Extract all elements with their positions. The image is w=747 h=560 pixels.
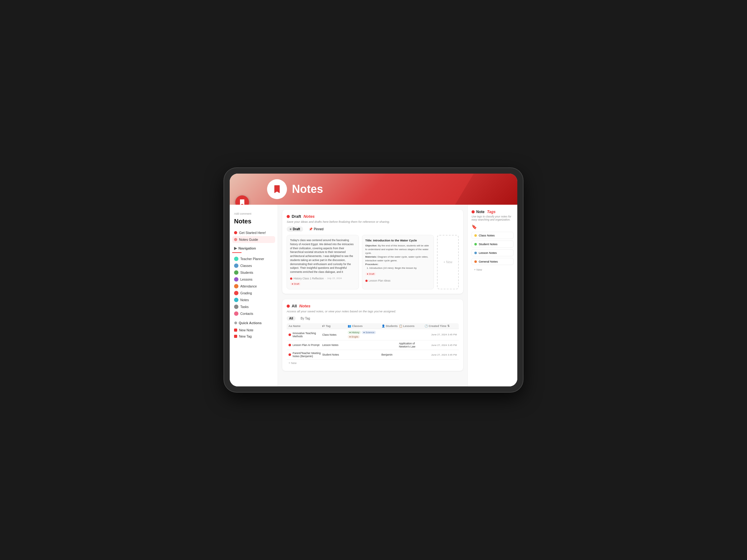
logo-circle [235, 195, 249, 205]
draft-section-desc: Save your ideas and drafts here before f… [287, 220, 459, 223]
note1-content: Today's class was centered around the fa… [290, 238, 356, 274]
col-name-header: Aa Name [288, 324, 321, 328]
sidebar-item-tasks[interactable]: Tasks [232, 303, 275, 310]
nav-header: ▶ Navigation [234, 246, 275, 250]
tag-dot-blue-icon [474, 252, 477, 254]
draft-new-button[interactable]: + New [437, 235, 459, 289]
all-section-desc: Access all your saved notes, or view you… [287, 310, 459, 313]
header-title: Notes [292, 183, 323, 196]
all-notes-tabs: All By Tag [287, 316, 459, 321]
tag-student-notes[interactable]: Student Notes [471, 240, 514, 248]
note-tags-dot-icon [471, 210, 475, 213]
nav-dot-icon [234, 312, 238, 316]
new-tag-button[interactable]: + New [471, 267, 514, 273]
all-notes-section: All Notes Access all your saved notes, o… [282, 299, 463, 371]
sidebar-item-students[interactable]: Students [232, 269, 275, 276]
tag-class-notes[interactable]: Class Notes [471, 232, 514, 239]
tab-draft[interactable]: ≡ Draft [287, 226, 303, 232]
note2-tag: ● Draft [365, 272, 376, 276]
nav-dot-icon [234, 257, 238, 261]
tag-class-notes-label: Class Notes [479, 234, 495, 237]
nav-dot-icon [234, 298, 238, 302]
sidebar-item-notes[interactable]: Notes [232, 296, 275, 303]
table-row[interactable]: Innovative Teaching Methods Class Notes … [287, 329, 459, 340]
draft-tab-icon: ≡ [290, 228, 292, 231]
note1-tag: ● Draft [290, 282, 301, 286]
all-notes-add-new[interactable]: + New [287, 359, 459, 367]
row3-dot-icon [288, 353, 291, 356]
page-title: Notes [232, 218, 275, 225]
col-time-header: 🕐 Created Time ⇅ [424, 324, 457, 328]
row2-dot-icon [288, 344, 291, 346]
nav-dot-icon [234, 291, 238, 295]
class-badge-science: ● Science [362, 331, 376, 334]
tab-by-tag[interactable]: By Tag [298, 316, 312, 321]
sidebar-item-attendance[interactable]: Attendance [232, 283, 275, 290]
table-row[interactable]: Lesson Plan AI Prompt Lesson Notes Appli… [287, 340, 459, 350]
tab-pinned[interactable]: 📌 Pinned [306, 226, 327, 232]
header-banner: Notes [230, 174, 517, 205]
draft-notes-grid: Today's class was centered around the fa… [287, 235, 459, 289]
tag-dot-yellow-icon [474, 234, 477, 237]
sidebar-item-lessons[interactable]: Lessons [232, 276, 275, 283]
plus-circle-icon: ⊕ [234, 321, 237, 325]
sidebar-item-teacher-planner[interactable]: Teacher Planner [232, 256, 275, 262]
sort-arrows-icon[interactable]: ⇅ [447, 324, 450, 328]
note1-date: July 15, 2024 [327, 276, 342, 280]
dot-icon [234, 238, 237, 241]
draft-note-1[interactable]: Today's class was centered around the fa… [287, 235, 359, 289]
bookmark-icon: 🔖 [471, 224, 514, 229]
tablet-frame: Notes Add comment Notes Get Started Here… [224, 168, 523, 392]
row1-classes: ● History ● Science ● Englis [348, 331, 380, 339]
all-notes-header: All Notes [287, 304, 459, 308]
row1-tag: Class Notes [322, 333, 346, 336]
note2-footer: Lesson Plan Ideas [365, 279, 431, 283]
note2-title: Title: Introduction to the Water Cycle [365, 238, 431, 243]
row3-students: Benjamin [382, 353, 398, 356]
col-class-header: 👥 Classes [348, 324, 380, 328]
table-row[interactable]: Parent/Teacher Meeting Notes (Benjamin) … [287, 350, 459, 359]
row1-dot-icon [288, 334, 291, 336]
quick-action-new-note[interactable]: New Note [232, 327, 275, 333]
nav-dot-icon [234, 270, 238, 275]
row3-time: June 27, 2024 3:45 PM [424, 353, 457, 356]
notes-table: Aa Name 🏷 Tag 👥 Classes 👤 Students 📋 Les… [287, 323, 459, 367]
draft-note-2[interactable]: Title: Introduction to the Water Cycle O… [362, 235, 434, 289]
sidebar-item-get-started[interactable]: Get Started Here! [232, 229, 275, 236]
col-lessons-header: 📋 Lessons [399, 324, 423, 328]
note2-content: Objective: By the end of this lesson, st… [365, 244, 431, 270]
quick-action-new-tag[interactable]: New Tag [232, 333, 275, 340]
col-students-header: 👤 Students [382, 324, 398, 328]
nav-dot-icon [234, 304, 238, 309]
qa-dot-icon [234, 335, 237, 338]
class-badge-history: ● History [348, 331, 361, 334]
tag-general-notes[interactable]: General Notes [471, 258, 514, 265]
nav-dot-icon [234, 264, 238, 268]
row1-time: June 27, 2024 3:45 PM [424, 333, 457, 336]
draft-dot-icon [287, 215, 290, 218]
tag-lesson-notes-label: Lesson Notes [479, 251, 497, 255]
row2-tag: Lesson Notes [322, 344, 346, 347]
col-tag-header: 🏷 Tag [322, 324, 346, 328]
quick-actions-header: ⊕ Quick Actions [234, 321, 275, 325]
row3-tag: Student Notes [322, 353, 346, 356]
sidebar-item-contacts[interactable]: Contacts [232, 310, 275, 317]
nav-dot-icon [234, 277, 238, 282]
sidebar: Add comment Notes Get Started Here! Note… [230, 205, 278, 386]
note-tags-title: Note Tags [471, 210, 514, 214]
nav-dot-icon [234, 284, 238, 288]
sidebar-item-classes[interactable]: Classes [232, 262, 275, 269]
draft-notes-section: Draft Notes Save your ideas and drafts h… [282, 210, 463, 294]
tag-lesson-notes[interactable]: Lesson Notes [471, 249, 514, 256]
add-comment[interactable]: Add comment [232, 212, 275, 215]
draft-section-header: Draft Notes [287, 214, 459, 219]
sidebar-item-notes-guide[interactable]: Notes Guide [232, 236, 275, 243]
sidebar-item-grading[interactable]: Grading [232, 290, 275, 296]
all-dot-icon [287, 304, 290, 308]
note1-dot-icon [290, 277, 292, 280]
tab-all[interactable]: All [287, 316, 296, 321]
row2-time: June 27, 2024 3:45 PM [424, 344, 457, 347]
qa-dot-icon [234, 328, 237, 331]
class-badge-english: ● Englis [348, 335, 360, 339]
dot-icon [234, 231, 237, 234]
